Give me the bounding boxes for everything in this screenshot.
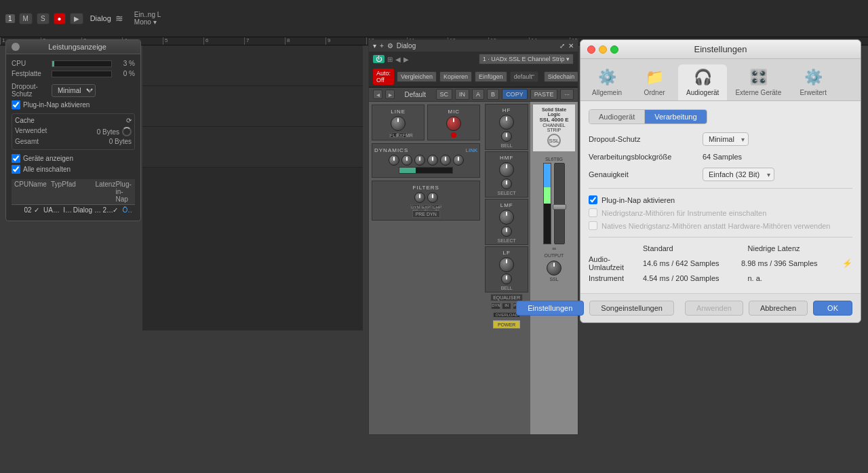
nav-add-icon[interactable]: + (380, 42, 384, 50)
pre-dyn-btn[interactable]: PRE DYN (412, 210, 440, 218)
dropout-select[interactable]: Minimal (52, 84, 96, 97)
close-icon[interactable]: ✕ (568, 42, 574, 50)
hf-bell-btn[interactable]: BELL (487, 143, 526, 148)
track-btn-m[interactable]: M (19, 13, 33, 24)
apply-btn[interactable]: Anwenden (685, 301, 743, 316)
lmf-gain-knob[interactable] (501, 226, 512, 237)
b-btn[interactable]: B (487, 89, 499, 100)
hf-gain-knob[interactable] (501, 131, 512, 142)
latency-link-icon[interactable]: ⚡ (842, 259, 852, 268)
cancel-btn[interactable]: Abbrechen (749, 301, 808, 316)
lf-freq-knob[interactable] (499, 257, 514, 272)
eq-in-btn[interactable]: IN (502, 303, 511, 309)
settings-tab-externe[interactable]: 🎛️ Externe Geräte (727, 64, 789, 100)
next-btn[interactable]: ▸ (385, 90, 395, 99)
sidechain-btn[interactable]: Sidechain (544, 71, 579, 82)
accuracy-select-wrapper[interactable]: Einfach (32 Bit) (703, 168, 774, 181)
nav-down-icon[interactable]: ▾ (373, 42, 376, 50)
col-latency[interactable]: Latenz (95, 181, 115, 203)
comp-thresh-knob[interactable] (401, 155, 412, 166)
comp-release-knob[interactable] (427, 155, 438, 166)
settings-maximize-btn[interactable] (610, 45, 618, 54)
line-gain-knob[interactable] (391, 116, 406, 131)
songeinstellungen-tab-btn[interactable]: Songeinstellungen (589, 301, 674, 316)
subtab-verarbeitung[interactable]: Verarbeitung (645, 110, 706, 124)
track-btn-extra[interactable]: ▶ (70, 13, 83, 24)
fader-thumb[interactable] (553, 204, 566, 210)
settings-minimize-btn[interactable] (599, 45, 607, 54)
col-name[interactable]: Name (28, 181, 51, 203)
lf-gain-knob[interactable] (501, 273, 512, 284)
lmf-freq-knob[interactable] (499, 210, 514, 225)
audiogeraet-label: Audiogerät (686, 89, 719, 96)
settings-close-btn[interactable] (587, 45, 595, 54)
hf-freq-knob[interactable] (499, 115, 514, 130)
prev-btn[interactable]: ◂ (373, 90, 382, 99)
chp-in-btn[interactable]: CHP IN (432, 204, 441, 208)
copy-preset-btn[interactable]: COPY (502, 89, 528, 100)
hmf-freq-knob[interactable] (499, 162, 514, 177)
hmf-select-btn[interactable]: SELECT (487, 191, 526, 195)
lmf-select-btn[interactable]: SELECT (487, 238, 526, 243)
row-open[interactable]: Öffnen (122, 206, 132, 214)
lp-freq-knob[interactable] (427, 192, 438, 203)
exp-in-btn[interactable]: EXP IN (421, 204, 431, 208)
externe-label: Externe Geräte (735, 89, 781, 96)
power-btn[interactable]: POWER (493, 320, 520, 328)
hp-freq-knob[interactable] (414, 192, 425, 203)
lf-bell-btn[interactable]: BELL (487, 286, 526, 290)
settings-tab-erweitert[interactable]: ⚙️ Erweitert (789, 64, 837, 100)
paste-btn[interactable]: Einfügen (475, 71, 507, 82)
dropout-form-select[interactable]: Minimal (703, 132, 749, 146)
col-pluginnap[interactable]: Plug-in-Nap (115, 181, 132, 203)
chain-name[interactable]: 1 · UADx SSL E Channel Strip ▾ (479, 54, 574, 64)
power-btn[interactable]: ⏻ (373, 55, 384, 63)
subtab-audiogeraet[interactable]: Audiogerät (589, 110, 645, 124)
mic-gain-knob[interactable] (446, 116, 461, 131)
eq-dyn-btn[interactable]: DYN (491, 303, 500, 309)
settings-tab-allgemein[interactable]: ⚙️ Allgemein (583, 64, 631, 100)
more-btn[interactable]: ··· (560, 89, 574, 100)
comp-ratio-knob[interactable] (389, 155, 399, 166)
settings-tab-ordner[interactable]: 📁 Ordner (631, 64, 678, 100)
accuracy-select[interactable]: Einfach (32 Bit) (703, 168, 774, 181)
output-knob[interactable] (547, 261, 561, 276)
nav-settings-icon[interactable]: ⚙ (387, 42, 393, 50)
col-path[interactable]: Pfad (62, 181, 95, 203)
enable-all-checkbox[interactable] (12, 165, 20, 174)
preset-name[interactable]: default" (510, 71, 538, 82)
in-btn[interactable]: IN (455, 89, 469, 100)
gate-thresh-knob[interactable] (440, 155, 451, 166)
chain-prev-btn[interactable]: ◀ (395, 56, 401, 63)
col-type[interactable]: Typ (51, 181, 62, 203)
comp-attack-knob[interactable] (414, 155, 425, 166)
cache-refresh-icon[interactable]: ⟳ (126, 117, 132, 124)
link-btn[interactable]: LINK (466, 147, 478, 153)
gate-range-knob[interactable] (453, 155, 464, 166)
flip-btn[interactable]: FLIP (389, 132, 397, 138)
xfmr-btn[interactable]: XFMR (399, 132, 407, 138)
output-fader[interactable] (554, 163, 565, 244)
a-btn[interactable]: A (472, 89, 484, 100)
track-btn-s[interactable]: S (37, 13, 50, 24)
dropout-select-wrapper[interactable]: Minimal (52, 84, 96, 97)
ok-btn[interactable]: OK (813, 301, 852, 316)
show-devices-checkbox[interactable] (12, 154, 20, 163)
sc-btn[interactable]: SC (436, 89, 453, 100)
compare-btn[interactable]: Vergleichen (397, 71, 437, 82)
einstellungen-tab-btn[interactable]: Einstellungen (516, 301, 584, 316)
chain-next-btn[interactable]: ▶ (403, 56, 409, 63)
col-cpu[interactable]: CPU (14, 181, 28, 203)
resize-icon[interactable]: ⤢ (559, 42, 565, 50)
paste-preset-btn[interactable]: PASTE (530, 89, 558, 100)
track-btn-r[interactable]: ● (54, 13, 66, 24)
auto-off-btn[interactable]: Auto: Off (373, 69, 394, 85)
plugin-nap-checkbox[interactable] (12, 100, 20, 109)
dropout-form-select-wrapper[interactable]: Minimal (703, 132, 749, 146)
settings-tab-audiogeraet[interactable]: 🎧 Audiogerät (678, 64, 727, 100)
dyn-sc-btn[interactable]: DYN SC (410, 204, 420, 208)
perf-close-btn[interactable] (12, 43, 20, 51)
copy-btn[interactable]: Kopieren (439, 71, 472, 82)
plugin-nap-settings-checkbox[interactable] (589, 195, 597, 204)
hmf-gain-knob[interactable] (501, 178, 512, 189)
